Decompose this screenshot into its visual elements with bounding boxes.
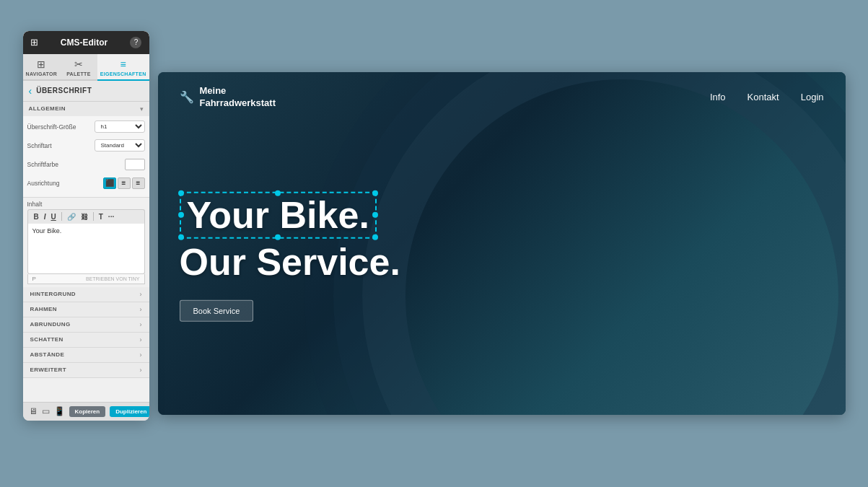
- allgemein-form: Überschrift-Größe h1 h2 h3 Schriftart St…: [23, 116, 149, 197]
- inhalt-label: Inhalt: [23, 198, 149, 209]
- schriftart-row: Schriftart Standard: [27, 138, 145, 154]
- cms-header-icon: ⊞: [30, 37, 38, 48]
- hero-heading-line1: Your Bike.: [187, 194, 369, 235]
- abrundung-label: ABRUNDUNG: [30, 321, 71, 328]
- hero-book-button[interactable]: Book Service: [180, 300, 254, 322]
- link-button[interactable]: 🔗: [66, 212, 77, 221]
- ueberschrift-groesse-row: Überschrift-Größe h1 h2 h3: [27, 119, 145, 135]
- site-logo-text: Meine Fahrradwerkstatt: [200, 85, 276, 110]
- abrundung-section[interactable]: ABRUNDUNG ›: [23, 317, 149, 333]
- tab-palette[interactable]: ✂ PALETTE: [60, 54, 97, 81]
- toolbar-sep-2: [93, 212, 94, 221]
- navigator-icon: ⊞: [37, 58, 45, 70]
- site-logo-icon: 🔧: [180, 90, 194, 104]
- editor-footer-p: P: [32, 276, 36, 282]
- align-left-button[interactable]: ⬛: [103, 177, 116, 189]
- underline-button[interactable]: U: [50, 212, 58, 221]
- editor-area[interactable]: Your Bike.: [27, 224, 145, 274]
- code-button[interactable]: T: [97, 212, 105, 221]
- erweitert-section[interactable]: ERWEITERT ›: [23, 363, 149, 378]
- bold-button[interactable]: B: [32, 212, 40, 221]
- site-logo-line1: Meine: [200, 85, 276, 97]
- cms-bottom-bar: 🖥 ▭ 📱 Kopieren Duplizieren Löschen: [23, 402, 149, 421]
- handle-bc[interactable]: [275, 234, 281, 240]
- ausrichtung-label: Ausrichtung: [27, 180, 103, 187]
- tab-eigenschaften[interactable]: ≡ EIGENSCHAFTEN: [97, 54, 149, 81]
- erweitert-label: ERWEITERT: [30, 367, 67, 373]
- schriftart-select[interactable]: Standard: [95, 139, 145, 152]
- tab-navigator[interactable]: ⊞ NAVIGATOR: [23, 54, 61, 81]
- schatten-arrow: ›: [140, 336, 142, 343]
- rahmen-arrow: ›: [140, 306, 142, 313]
- abrundung-arrow: ›: [140, 321, 142, 328]
- nav-link-info[interactable]: Info: [710, 92, 726, 102]
- main-container: ⊞ CMS-Editor ? ⊞ NAVIGATOR ✂ PALETTE ≡ E…: [23, 31, 846, 457]
- align-right-button[interactable]: ≡: [132, 177, 145, 189]
- tab-navigator-label: NAVIGATOR: [26, 71, 58, 76]
- website-preview: 🔧 Meine Fahrradwerkstatt Info Kontakt Lo…: [158, 72, 846, 415]
- schriftfarbe-row: Schriftfarbe: [27, 157, 145, 172]
- duplizieren-button[interactable]: Duplizieren: [110, 406, 149, 417]
- schriftfarbe-swatch[interactable]: [125, 159, 145, 170]
- schriftart-label: Schriftart: [27, 142, 95, 149]
- schatten-label: SCHATTEN: [30, 336, 63, 343]
- content-section-title: ÜBERSCHRIFT: [36, 87, 92, 95]
- kopieren-button[interactable]: Kopieren: [69, 406, 106, 417]
- italic-button[interactable]: I: [43, 212, 48, 221]
- nav-link-login[interactable]: Login: [801, 92, 824, 102]
- site-nav-links: Info Kontakt Login: [710, 92, 824, 102]
- unlink-button[interactable]: ⛓: [79, 212, 89, 221]
- hero-heading-wrapper: Your Bike.: [180, 191, 377, 238]
- nav-link-kontakt[interactable]: Kontakt: [748, 92, 779, 102]
- ueberschrift-groesse-select[interactable]: h1 h2 h3: [95, 120, 145, 133]
- hintergrund-arrow: ›: [140, 291, 142, 298]
- abstaende-section[interactable]: ABSTÄNDE ›: [23, 348, 149, 363]
- mobile-device-button[interactable]: 📱: [54, 406, 65, 416]
- eigenschaften-icon: ≡: [120, 58, 126, 70]
- tab-eigenschaften-label: EIGENSCHAFTEN: [100, 71, 146, 76]
- handle-br[interactable]: [372, 234, 378, 240]
- allgemein-arrow: ▾: [140, 105, 144, 113]
- handle-ml[interactable]: [178, 212, 184, 218]
- allgemein-section-header[interactable]: ALLGEMEIN ▾: [23, 102, 149, 116]
- rahmen-label: RAHMEN: [30, 306, 58, 312]
- handle-tl[interactable]: [178, 190, 184, 196]
- inhalt-section: Inhalt B I U 🔗 ⛓ T ··· Your Bike. P BETR…: [23, 198, 149, 287]
- hero-heading-line2: Our Service.: [180, 242, 400, 283]
- back-button[interactable]: ‹: [29, 85, 32, 97]
- hintergrund-section[interactable]: HINTERGRUND ›: [23, 287, 149, 302]
- schatten-section[interactable]: SCHATTEN ›: [23, 333, 149, 348]
- tablet-device-button[interactable]: ▭: [42, 406, 50, 416]
- hero-heading-selected[interactable]: Your Bike.: [180, 191, 377, 238]
- align-center-button[interactable]: ≡: [118, 177, 131, 189]
- editor-footer: P BETRIEBEN VON TINY: [27, 274, 145, 284]
- handle-mr[interactable]: [372, 212, 378, 218]
- erweitert-arrow: ›: [140, 367, 142, 374]
- abstaende-label: ABSTÄNDE: [30, 351, 65, 358]
- handle-bl[interactable]: [178, 234, 184, 240]
- cms-header-title: CMS-Editor: [61, 38, 108, 48]
- site-logo: 🔧 Meine Fahrradwerkstatt: [180, 85, 276, 110]
- editor-toolbar: B I U 🔗 ⛓ T ···: [27, 209, 145, 224]
- ueberschrift-groesse-label: Überschrift-Größe: [27, 123, 95, 131]
- more-button[interactable]: ···: [107, 212, 115, 221]
- abstaende-arrow: ›: [140, 351, 142, 359]
- ausrichtung-row: Ausrichtung ⬛ ≡ ≡: [27, 175, 145, 191]
- handle-tr[interactable]: [372, 190, 378, 196]
- rahmen-section[interactable]: RAHMEN ›: [23, 302, 149, 317]
- handle-tc[interactable]: [275, 190, 281, 196]
- cms-panel: ⊞ CMS-Editor ? ⊞ NAVIGATOR ✂ PALETTE ≡ E…: [23, 31, 149, 421]
- editor-content: Your Bike.: [32, 227, 62, 234]
- allgemein-section: ALLGEMEIN ▾ Überschrift-Größe h1 h2 h3 S…: [23, 102, 149, 198]
- cms-help-button[interactable]: ?: [130, 37, 141, 48]
- schriftfarbe-label: Schriftfarbe: [27, 161, 125, 168]
- editor-footer-brand: BETRIEBEN VON TINY: [86, 276, 140, 281]
- cms-tabs: ⊞ NAVIGATOR ✂ PALETTE ≡ EIGENSCHAFTEN: [23, 54, 149, 81]
- site-nav: 🔧 Meine Fahrradwerkstatt Info Kontakt Lo…: [158, 72, 846, 123]
- hintergrund-label: HINTERGRUND: [30, 291, 76, 297]
- tab-palette-label: PALETTE: [66, 71, 90, 76]
- site-hero: Your Bike. Our Service. Book Service: [180, 191, 400, 321]
- cms-content-header: ‹ ÜBERSCHRIFT: [23, 81, 149, 102]
- allgemein-label: ALLGEMEIN: [29, 105, 66, 112]
- desktop-device-button[interactable]: 🖥: [29, 406, 38, 416]
